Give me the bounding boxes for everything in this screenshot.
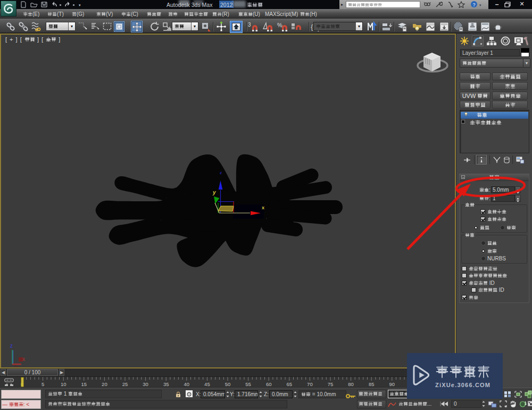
svg-text:75: 75 bbox=[328, 381, 334, 387]
svg-text:30: 30 bbox=[143, 381, 148, 387]
svg-text:?: ? bbox=[472, 2, 475, 7]
svg-text:25: 25 bbox=[122, 381, 128, 387]
svg-text:z: z bbox=[10, 343, 13, 349]
svg-text:45: 45 bbox=[204, 381, 210, 387]
svg-text:40: 40 bbox=[184, 381, 190, 387]
svg-text:z: z bbox=[220, 170, 222, 175]
svg-text:70: 70 bbox=[307, 381, 313, 387]
svg-text:3: 3 bbox=[248, 22, 251, 28]
svg-text:50: 50 bbox=[225, 381, 231, 387]
svg-text:35: 35 bbox=[163, 381, 169, 387]
svg-text:x: x bbox=[262, 205, 264, 210]
svg-text:x: x bbox=[22, 356, 25, 362]
svg-text:15: 15 bbox=[81, 381, 87, 387]
svg-text:60: 60 bbox=[266, 381, 272, 387]
svg-text:55: 55 bbox=[245, 381, 251, 387]
svg-text:80: 80 bbox=[348, 381, 354, 387]
svg-text:%: % bbox=[277, 22, 282, 28]
svg-text:5: 5 bbox=[41, 381, 44, 387]
svg-text:85: 85 bbox=[369, 381, 375, 387]
svg-text:20: 20 bbox=[102, 381, 107, 387]
svg-text:10: 10 bbox=[61, 381, 66, 387]
svg-text:y: y bbox=[212, 190, 216, 195]
svg-text:90: 90 bbox=[389, 381, 395, 387]
svg-text:65: 65 bbox=[287, 381, 293, 387]
